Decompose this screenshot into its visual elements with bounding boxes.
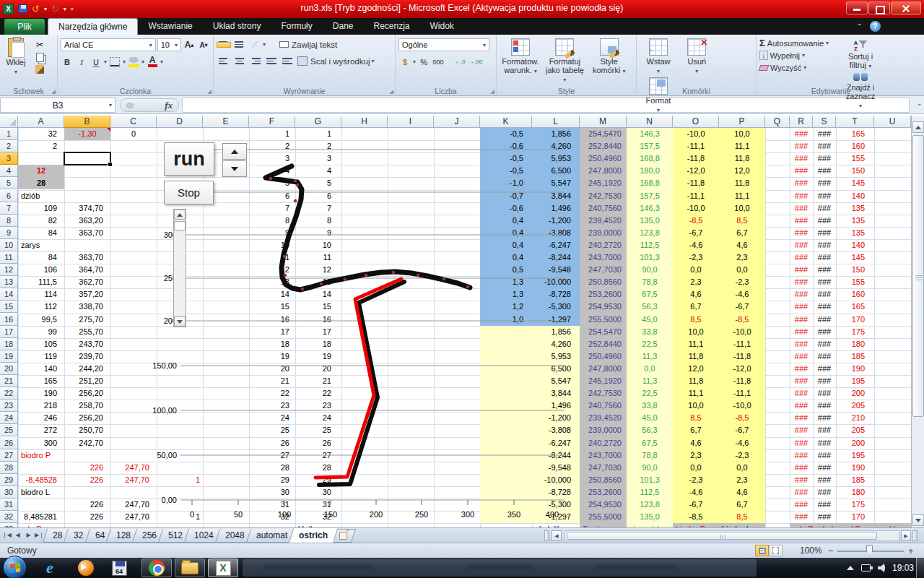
cell-L16[interactable]: -1,297 — [532, 314, 580, 326]
cell-R20[interactable]: ### — [790, 363, 813, 375]
row-header-22[interactable]: 22 — [0, 387, 18, 400]
cell-A9[interactable]: 84 — [18, 227, 64, 239]
name-box-dropdown-icon[interactable]: ▾ — [109, 102, 112, 108]
cell-M24[interactable]: 239,4520 — [580, 412, 627, 424]
cell-O14[interactable]: 4,6 — [673, 288, 719, 301]
cell-M3[interactable]: 250,4960 — [580, 152, 627, 165]
horizontal-scrollbar[interactable] — [565, 530, 899, 541]
col-header-D[interactable]: D — [157, 116, 203, 128]
cell-R6[interactable]: ### — [790, 190, 813, 202]
cell-N32[interactable]: 135,0 — [627, 511, 673, 523]
cell-P8[interactable]: 8,5 — [719, 215, 765, 227]
tab-widok[interactable]: Widok — [420, 18, 464, 35]
underline-dropdown-icon[interactable]: ▾ — [104, 59, 107, 65]
cell-M28[interactable]: 247,7030 — [580, 462, 627, 474]
cell-G2[interactable]: 2 — [295, 140, 341, 152]
minimize-ribbon-icon[interactable]: ⌃ — [857, 22, 863, 30]
cell-M13[interactable]: 250,8560 — [580, 276, 627, 288]
cell-M18[interactable]: 252,8440 — [580, 338, 627, 350]
cell-F3[interactable]: 3 — [249, 152, 295, 165]
cell-T12[interactable]: 150 — [836, 264, 874, 276]
cell-T16[interactable]: 170 — [836, 314, 874, 326]
cell-B8[interactable]: 363,20 — [64, 215, 110, 227]
cell-L30[interactable]: -8,728 — [532, 486, 580, 499]
cell-T4[interactable]: 150 — [836, 165, 874, 177]
cell-L6[interactable]: 3,844 — [532, 190, 580, 202]
fill-button[interactable]: ↓ Wypełnij▾ — [759, 49, 845, 61]
selected-cell[interactable] — [64, 152, 111, 165]
cell-L14[interactable]: -8,728 — [532, 288, 580, 301]
cell-O21[interactable]: 11,8 — [673, 375, 719, 387]
cell-R3[interactable]: ### — [790, 152, 813, 165]
cell-F6[interactable]: 6 — [249, 190, 295, 202]
cell-K14[interactable]: 1,3 — [480, 288, 532, 301]
cell-R4[interactable]: ### — [790, 165, 813, 177]
row-header-16[interactable]: 16 — [0, 314, 18, 326]
cell-M27[interactable]: 243,7000 — [580, 449, 627, 462]
cell-L15[interactable]: -5,300 — [532, 301, 580, 313]
cell-O22[interactable]: 11,1 — [673, 387, 719, 400]
cell-R9[interactable]: ### — [790, 227, 813, 239]
cell-S21[interactable]: ### — [813, 375, 836, 387]
row-header-26[interactable]: 26 — [0, 437, 18, 449]
cell-N2[interactable]: 157,5 — [627, 140, 673, 152]
spin-up-button[interactable] — [222, 143, 247, 160]
cell-K5[interactable]: -1,0 — [480, 177, 532, 189]
cell-S8[interactable]: ### — [813, 215, 836, 227]
cell-R26[interactable]: ### — [790, 437, 813, 449]
cell-A8[interactable]: 82 — [18, 215, 64, 227]
col-header-I[interactable]: I — [388, 116, 434, 128]
cell-A7[interactable]: 109 — [18, 202, 64, 215]
cell-G12[interactable]: 12 — [295, 264, 341, 276]
vertical-scroll-thumb[interactable] — [912, 135, 924, 417]
cell-F24[interactable]: 24 — [249, 412, 295, 424]
cell-T18[interactable]: 180 — [836, 338, 874, 350]
sheet-tab-ostrich[interactable]: ostrich — [289, 528, 339, 543]
cell-L19[interactable]: 5,953 — [532, 350, 580, 363]
cell-B15[interactable]: 338,70 — [64, 301, 110, 313]
cell-T10[interactable]: 140 — [836, 239, 874, 251]
row-header-10[interactable]: 10 — [0, 239, 18, 251]
cell-B13[interactable]: 362,70 — [64, 276, 110, 288]
cell-L20[interactable]: 6,500 — [532, 363, 580, 375]
cell-M32[interactable]: 255,5000 — [580, 511, 627, 523]
cell-O25[interactable]: 6,7 — [673, 424, 719, 436]
cell-T25[interactable]: 205 — [836, 424, 874, 436]
cell-S30[interactable]: ### — [813, 486, 836, 499]
cell-F15[interactable]: 15 — [249, 301, 295, 313]
cell-F1[interactable]: 1 — [249, 128, 295, 140]
cell-F17[interactable]: 17 — [249, 326, 295, 338]
col-header-S[interactable]: S — [813, 116, 836, 128]
cell-F28[interactable]: 28 — [249, 462, 295, 474]
scroll-down-button[interactable] — [912, 514, 924, 526]
cell-P13[interactable]: -2,3 — [719, 276, 765, 288]
col-header-F[interactable]: F — [249, 116, 295, 128]
cell-G19[interactable]: 19 — [295, 350, 341, 363]
cell-B31[interactable]: 226 — [64, 499, 110, 511]
cell-S11[interactable]: ### — [813, 251, 836, 264]
cell-L5[interactable]: 5,547 — [532, 177, 580, 189]
insert-cells-button[interactable]: ← Wstaw▾ — [640, 37, 677, 76]
row-header-5[interactable]: 5 — [0, 177, 18, 189]
cell-P10[interactable]: 4,6 — [719, 239, 765, 251]
cell-M12[interactable]: 247,7030 — [580, 264, 627, 276]
dialog-launcher-icon[interactable]: ◢ — [52, 89, 56, 95]
cell-S12[interactable]: ### — [813, 264, 836, 276]
row-header-4[interactable]: 4 — [0, 165, 18, 177]
row-header-20[interactable]: 20 — [0, 363, 18, 375]
cell-O27[interactable]: 2,3 — [673, 449, 719, 462]
taskbar-media-player-icon[interactable] — [75, 558, 97, 577]
cell-B19[interactable]: 239,70 — [64, 350, 110, 363]
cell-F18[interactable]: 18 — [249, 338, 295, 350]
merge-center-button[interactable] — [296, 55, 309, 67]
format-cells-button[interactable]: Format▾ — [640, 76, 677, 115]
cell-T31[interactable]: 175 — [836, 499, 874, 511]
taskbar-floppy-icon[interactable]: 64 — [108, 558, 130, 577]
font-size-combo[interactable]: 10▾ — [157, 38, 181, 51]
cell-K13[interactable]: 1,3 — [480, 276, 532, 288]
next-sheet-button[interactable]: ▶ — [24, 530, 33, 540]
cell-F29[interactable]: 29 — [249, 474, 295, 486]
paste-button[interactable]: Wklej▾ — [3, 37, 29, 85]
cell-G3[interactable]: 3 — [295, 152, 341, 165]
format-painter-icon[interactable] — [35, 65, 44, 74]
